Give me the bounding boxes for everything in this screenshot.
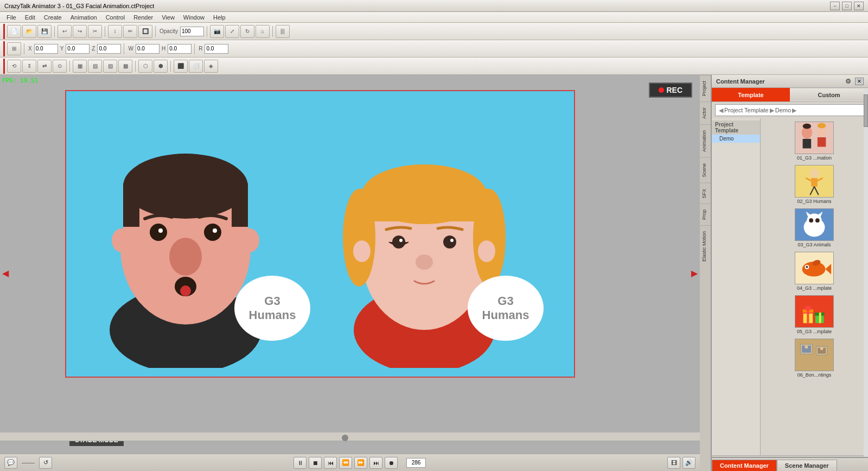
anim-tool8[interactable]: ▩ (118, 60, 132, 73)
cm-scrollbar[interactable] (864, 118, 868, 455)
sep9 (69, 61, 70, 72)
anim-tool7[interactable]: ▨ (103, 60, 117, 73)
toolbar-red-sep-3 (3, 59, 5, 74)
menu-bar: File Edit Create Animation Control Rende… (0, 12, 868, 23)
cm-close-button[interactable]: ✕ (855, 78, 864, 85)
opacity-input[interactable] (180, 27, 204, 36)
camera-btn[interactable]: 📷 (210, 25, 224, 38)
svg-point-29 (478, 240, 495, 262)
cm-scroll-thumb[interactable] (864, 118, 868, 127)
thumb-4 (795, 252, 834, 284)
menu-view[interactable]: View (157, 12, 179, 23)
next-btn[interactable]: ⏭ (369, 457, 382, 469)
scrubber-handle[interactable] (342, 435, 348, 441)
menu-animation[interactable]: Animation (66, 12, 101, 23)
menu-help[interactable]: Help (209, 12, 230, 23)
anim-tool6[interactable]: ▧ (88, 60, 102, 73)
tool3[interactable]: 🔲 (138, 25, 152, 38)
move-btn[interactable]: ⤢ (225, 25, 239, 38)
y-input[interactable] (66, 44, 90, 54)
anim-tool5[interactable]: ▦ (73, 60, 87, 73)
redo-btn[interactable]: ↪ (73, 25, 87, 38)
tab-content-manager[interactable]: Content Manager (712, 460, 777, 471)
menu-control[interactable]: Control (101, 12, 129, 23)
scroll-left-arrow[interactable]: ◀ (2, 268, 9, 278)
toolbar-red-sep-1 (3, 24, 5, 39)
record-btn[interactable]: ⏺ (385, 457, 398, 469)
stop-btn[interactable]: ⏹ (309, 457, 322, 469)
tool2[interactable]: ✏ (123, 25, 137, 38)
undo-btn[interactable]: ↩ (58, 25, 72, 38)
prev-btn[interactable]: ⏮ (324, 457, 337, 469)
scrubber-bar[interactable] (0, 432, 700, 441)
rotate-btn[interactable]: ↻ (240, 25, 254, 38)
w-input[interactable] (136, 44, 159, 54)
tab-scene-manager[interactable]: Scene Manager (777, 460, 837, 471)
film-btn[interactable]: 🎞 (667, 457, 680, 469)
animation-tab[interactable]: Animation (700, 124, 711, 157)
content-manager: Content Manager ⚙ ✕ Template Custom ◀ Pr… (711, 75, 868, 471)
title-bar: CrazyTalk Animator 3 - 01_G3 Facial Anim… (0, 0, 868, 12)
cut-btn[interactable]: ✂ (88, 25, 102, 38)
menu-edit[interactable]: Edit (21, 12, 40, 23)
speaker-btn[interactable]: 🔊 (682, 457, 695, 469)
maximize-button[interactable]: □ (842, 2, 852, 10)
speech-bubble-left: G3Humans (234, 276, 310, 341)
anim-tool10[interactable]: ⬢ (154, 60, 168, 73)
anim-tool2[interactable]: ⇕ (22, 60, 36, 73)
fps-display: FPS: 19.51 (2, 77, 38, 84)
project-tab[interactable]: Project (700, 75, 711, 101)
elastic-motion-tab[interactable]: Elastic Motion (700, 225, 711, 267)
extra-btn[interactable]: ||| (276, 25, 290, 38)
thumb-5 (795, 295, 834, 328)
tree-item-demo[interactable]: Demo (712, 135, 760, 143)
r-input[interactable] (205, 44, 228, 54)
open-btn[interactable]: 📂 (22, 25, 36, 38)
menu-create[interactable]: Create (40, 12, 66, 23)
x-input[interactable] (34, 44, 58, 54)
grid-btn[interactable]: ⊞ (7, 42, 21, 55)
step-back-btn[interactable]: ⏪ (339, 457, 352, 469)
chat-btn[interactable]: 💬 (4, 457, 17, 469)
tab-custom[interactable]: Custom (790, 88, 868, 101)
list-item[interactable]: 05_G3 ...mplate (764, 295, 865, 334)
menu-window[interactable]: Window (179, 12, 209, 23)
sfx-tab[interactable]: SFX (700, 183, 711, 204)
app-title: CrazyTalk Animator 3 - 01_G3 Facial Anim… (4, 3, 154, 9)
save-btn[interactable]: 💾 (37, 25, 52, 38)
cm-settings-button[interactable]: ⚙ (843, 77, 853, 86)
anim-tool11[interactable]: ⬛ (174, 60, 188, 73)
new-btn[interactable]: 📄 (7, 25, 21, 38)
scene-tab[interactable]: Scene (700, 157, 711, 183)
frame-counter[interactable] (406, 458, 426, 468)
anim-tool1[interactable]: ⟲ (7, 60, 21, 73)
prop-tab[interactable]: Prop (700, 203, 711, 225)
loop-btn[interactable]: ↺ (39, 457, 52, 469)
play-pause-btn[interactable]: ⏸ (293, 457, 307, 469)
close-button[interactable]: ✕ (854, 2, 864, 10)
menu-file[interactable]: File (2, 12, 21, 23)
tab-template[interactable]: Template (712, 88, 790, 101)
rec-button[interactable]: REC (649, 82, 692, 98)
list-item[interactable]: 02_G3 Humans (764, 165, 865, 204)
home-btn[interactable]: ⌂ (256, 25, 270, 38)
h-input[interactable] (168, 44, 192, 54)
menu-render[interactable]: Render (129, 12, 157, 23)
list-item[interactable]: 06_Bon...ntings (764, 339, 865, 378)
anim-tool3[interactable]: ⇄ (37, 60, 52, 73)
svg-point-12 (180, 285, 191, 296)
z-input[interactable] (97, 44, 121, 54)
anim-tool4[interactable]: ⊙ (53, 60, 67, 73)
minimize-button[interactable]: − (830, 2, 840, 10)
list-item[interactable]: 04_G3 ...mplate (764, 252, 865, 291)
thumb-label-4: 04_G3 ...mplate (797, 285, 832, 291)
actor-tab[interactable]: Actor (700, 101, 711, 124)
anim-tool12[interactable]: ⬜ (189, 60, 203, 73)
anim-tool13[interactable]: ◈ (204, 60, 218, 73)
tool1[interactable]: ↕ (108, 25, 122, 38)
list-item[interactable]: 03_G3 Animals (764, 208, 865, 247)
anim-tool9[interactable]: ⬡ (138, 60, 152, 73)
step-fwd-btn[interactable]: ⏩ (354, 457, 367, 469)
scroll-right-arrow[interactable]: ▶ (691, 268, 698, 278)
list-item[interactable]: 01_G3 ...mation (764, 122, 865, 161)
